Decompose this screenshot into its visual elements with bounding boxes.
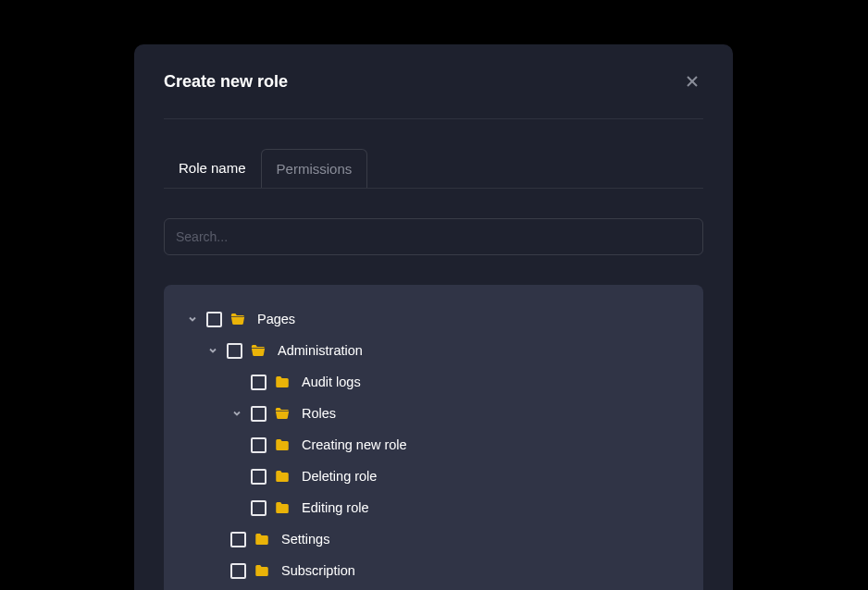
- tree-item-roles: Roles: [179, 398, 688, 429]
- folder-icon: [274, 499, 291, 516]
- tree-label: Roles: [302, 406, 336, 421]
- tree-label: Pages: [257, 312, 295, 326]
- create-role-modal: Create new role Role name Permissions Pa…: [134, 44, 733, 590]
- chevron-down-icon[interactable]: [186, 313, 199, 326]
- tab-permissions[interactable]: Permissions: [261, 149, 368, 188]
- tree-item-administration: Administration: [179, 335, 688, 366]
- checkbox-deleting-role[interactable]: [251, 469, 267, 485]
- tree-label: Audit logs: [302, 375, 361, 389]
- tree-item-editing-role: Editing role: [179, 492, 688, 523]
- modal-header: Create new role: [164, 70, 703, 119]
- checkbox-roles[interactable]: [251, 406, 267, 422]
- folder-icon: [254, 562, 270, 579]
- tree-item-settings: Settings: [179, 523, 688, 555]
- folder-open-icon: [274, 405, 291, 422]
- checkbox-editing-role[interactable]: [251, 500, 267, 516]
- tree-label: Subscription: [281, 563, 355, 578]
- checkbox-subscription[interactable]: [230, 563, 246, 579]
- checkbox-settings[interactable]: [230, 532, 246, 547]
- folder-icon: [274, 468, 291, 485]
- tree-label: Settings: [281, 532, 329, 547]
- tabs-container: Role name Permissions: [164, 149, 703, 189]
- tree-item-deleting-role: Deleting role: [179, 461, 688, 492]
- tree-label: Administration: [278, 343, 363, 358]
- chevron-down-icon[interactable]: [230, 407, 243, 420]
- search-container: [164, 218, 703, 255]
- tree-label: Creating new role: [302, 437, 407, 452]
- checkbox-pages[interactable]: [206, 312, 222, 327]
- tree-item-pages: Pages: [179, 303, 688, 335]
- tab-role-name[interactable]: Role name: [164, 149, 261, 188]
- folder-open-icon: [229, 311, 246, 327]
- search-input[interactable]: [164, 218, 703, 255]
- permissions-tree: Pages Administration Audit logs: [164, 285, 703, 590]
- tree-label: Editing role: [302, 500, 369, 515]
- checkbox-creating-new-role[interactable]: [251, 437, 267, 453]
- folder-icon: [274, 374, 291, 390]
- folder-icon: [274, 436, 291, 453]
- close-icon: [685, 74, 700, 89]
- tree-item-creating-new-role: Creating new role: [179, 429, 688, 461]
- tree-item-subscription: Subscription: [179, 555, 688, 586]
- folder-open-icon: [250, 342, 267, 359]
- tree-label: Deleting role: [302, 469, 377, 484]
- modal-title: Create new role: [164, 72, 288, 92]
- checkbox-audit-logs[interactable]: [251, 375, 267, 390]
- tree-item-audit-logs: Audit logs: [179, 366, 688, 398]
- chevron-down-icon[interactable]: [206, 344, 219, 357]
- close-button[interactable]: [681, 70, 703, 92]
- folder-icon: [254, 531, 270, 547]
- checkbox-administration[interactable]: [227, 343, 242, 359]
